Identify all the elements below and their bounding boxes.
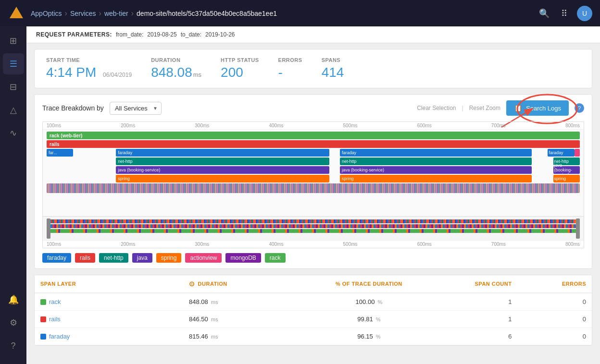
td-errors-faraday: 0 xyxy=(517,328,592,345)
help-tooltip-icon[interactable]: ? xyxy=(575,103,584,113)
th-pct-duration: % OF TRACE DURATION xyxy=(295,275,443,292)
td-pct-rails: 99.81% xyxy=(295,311,443,328)
mini-row-1 xyxy=(47,219,580,223)
legend-faraday[interactable]: faraday xyxy=(42,253,71,263)
legend-row: faraday rails net-http java spring actio… xyxy=(42,253,584,263)
topnav: AppOptics › Services › web-tier › demo-s… xyxy=(0,0,600,26)
td-errors-rails: 0 xyxy=(517,311,592,328)
sidebar-item-dashboard[interactable]: ⊞ xyxy=(3,30,24,51)
mini-row-3 xyxy=(47,229,580,233)
search-logs-wrapper: 📋 Search Logs xyxy=(506,100,569,116)
spans-label: SPANS xyxy=(322,57,344,63)
breadcrumb-webtier[interactable]: web-tier xyxy=(104,10,128,17)
td-layer-rack: rack xyxy=(35,293,183,310)
legend-rails[interactable]: rails xyxy=(75,253,95,263)
th-span-count: SPAN COUNT xyxy=(443,275,518,292)
sidebar-item-alerts[interactable]: 🔔 xyxy=(3,289,24,310)
th-duration: ⊙ DURATION xyxy=(183,275,295,292)
stats-card: START TIME 4:14 PM 06/04/2019 DURATION 8… xyxy=(34,49,592,88)
breadcrumb-current: demo-site/hotels/5c37da50e4b0ec8a5bae1ee… xyxy=(137,10,277,17)
sidebar-item-waves[interactable]: ∿ xyxy=(3,122,24,144)
link-rails[interactable]: rails xyxy=(49,315,61,323)
trace-service-dropdown[interactable]: All Services xyxy=(110,102,162,115)
legend-java[interactable]: java xyxy=(132,253,152,263)
timeline-left-handle[interactable] xyxy=(47,218,50,239)
sort-icon[interactable]: ⊙ xyxy=(189,280,195,288)
td-layer-faraday: faraday xyxy=(35,328,183,345)
duration-label: DURATION xyxy=(151,57,201,63)
color-dot-faraday xyxy=(40,334,46,340)
td-duration-faraday: 815.46ms xyxy=(183,328,295,345)
sidebar-item-help[interactable]: ? xyxy=(3,335,24,356)
mini-row-2 xyxy=(47,224,580,228)
start-time-value: 4:14 PM 06/04/2019 xyxy=(46,65,132,80)
gear-icon: ⚙ xyxy=(10,317,17,328)
legend-actionview[interactable]: actionview xyxy=(185,253,222,263)
legend-mongodb[interactable]: mongoDB xyxy=(225,253,261,263)
trace-header-left: Trace Breakdown by All Services xyxy=(42,102,162,115)
errors-value: - xyxy=(278,65,302,80)
td-count-rack: 1 xyxy=(443,293,518,310)
legend-spring[interactable]: spring xyxy=(156,253,182,263)
user-avatar[interactable]: U xyxy=(577,6,592,21)
app-logo[interactable] xyxy=(8,5,25,22)
timeline-row-net-http: net-http net-http net-http xyxy=(47,158,580,165)
errors-label: ERRORS xyxy=(278,57,302,63)
search-logs-label: Search Logs xyxy=(526,105,561,112)
td-pct-rack: 100.00% xyxy=(295,293,443,310)
td-layer-rails: rails xyxy=(35,311,183,328)
waves-icon: ∿ xyxy=(10,128,17,138)
td-errors-rack: 0 xyxy=(517,293,592,310)
link-faraday[interactable]: faraday xyxy=(49,333,70,340)
td-pct-faraday: 96.15% xyxy=(295,328,443,345)
grid-icon: ⊟ xyxy=(10,82,17,92)
duration-value: 848.08ms xyxy=(151,65,201,80)
timeline-rows: rack (web-tier) rails far... faraday far… xyxy=(43,130,584,216)
table-row: rails 846.50ms 99.81% 1 0 xyxy=(35,311,592,328)
help-icon: ? xyxy=(11,341,15,351)
td-duration-rails: 846.50ms xyxy=(183,311,295,328)
stat-http-status: HTTP STATUS 200 xyxy=(221,57,259,80)
sidebar-item-apm[interactable]: △ xyxy=(3,99,24,121)
table-header: SPAN LAYER ⊙ DURATION % OF TRACE DURATIO… xyxy=(35,275,592,293)
reset-zoom-link[interactable]: Reset Zoom xyxy=(469,105,500,111)
breadcrumb: AppOptics › Services › web-tier › demo-s… xyxy=(31,9,537,18)
search-logs-icon: 📋 xyxy=(514,104,522,112)
to-date-label: to_date: xyxy=(181,31,201,38)
breadcrumb-appoptics[interactable]: AppOptics xyxy=(31,10,62,17)
spans-value: 414 xyxy=(322,65,344,80)
stat-errors: ERRORS - xyxy=(278,57,302,80)
http-status-value: 200 xyxy=(221,65,259,80)
from-date-label: from_date: xyxy=(116,31,143,38)
td-count-rails: 1 xyxy=(443,311,518,328)
bell-icon: 🔔 xyxy=(8,294,19,305)
trace-breakdown-section: Trace Breakdown by All Services Clear Se… xyxy=(34,94,592,269)
timeline-right-handle[interactable] xyxy=(576,218,580,239)
request-params-bar: REQUEST PARAMETERS: from_date: 2019-08-2… xyxy=(26,26,600,43)
legend-rack[interactable]: rack xyxy=(265,253,286,263)
trace-header: Trace Breakdown by All Services Clear Se… xyxy=(42,100,584,116)
breadcrumb-services[interactable]: Services xyxy=(70,10,96,17)
timeline-pattern-row xyxy=(47,183,580,193)
link-rack[interactable]: rack xyxy=(49,298,61,305)
trace-header-right: Clear Selection | Reset Zoom xyxy=(417,100,584,116)
sidebar-item-list[interactable]: ☰ xyxy=(3,53,24,74)
trace-breakdown-title: Trace Breakdown by xyxy=(42,104,104,112)
trace-actions: Clear Selection | Reset Zoom xyxy=(417,105,500,111)
list-icon: ☰ xyxy=(10,59,17,69)
search-button[interactable]: 🔍 xyxy=(537,6,551,21)
legend-net-http[interactable]: net-http xyxy=(99,253,128,263)
timeline-row-rack: rack (web-tier) xyxy=(47,132,580,139)
timeline-row-rails: rails xyxy=(47,140,580,148)
sidebar-item-settings[interactable]: ⚙ xyxy=(3,312,24,333)
th-errors: ERRORS xyxy=(517,275,592,292)
span-table: SPAN LAYER ⊙ DURATION % OF TRACE DURATIO… xyxy=(34,275,592,346)
topnav-actions: 🔍 ⠿ U xyxy=(537,6,592,21)
http-status-label: HTTP STATUS xyxy=(221,57,259,63)
stat-spans: SPANS 414 xyxy=(322,57,344,80)
clear-selection-link[interactable]: Clear Selection xyxy=(417,105,456,111)
table-row: faraday 815.46ms 96.15% 6 0 xyxy=(35,328,592,345)
sidebar-item-grid[interactable]: ⊟ xyxy=(3,76,24,97)
grid-menu-button[interactable]: ⠿ xyxy=(559,6,569,21)
search-logs-button[interactable]: 📋 Search Logs xyxy=(506,100,569,116)
